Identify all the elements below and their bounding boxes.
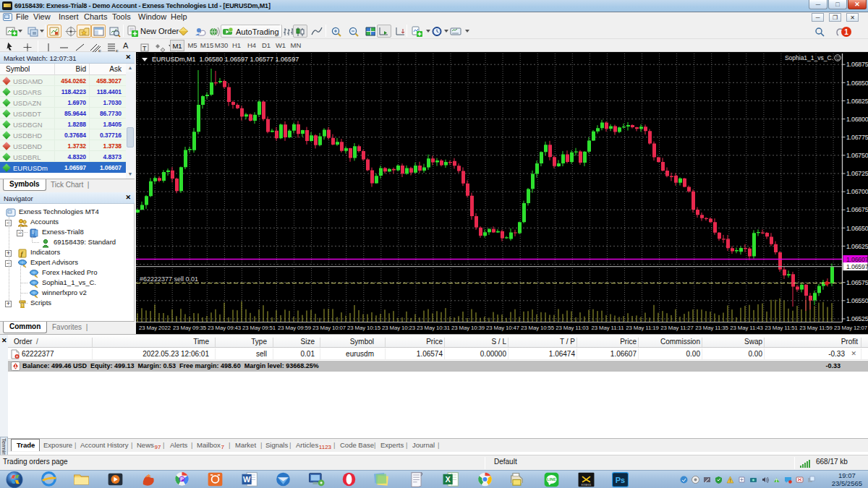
svg-text:1.06650: 1.06650 [846, 225, 868, 232]
svg-text:23 May 09:59: 23 May 09:59 [278, 325, 311, 331]
svg-text:W: W [243, 475, 251, 484]
svg-text:1: 1 [844, 28, 848, 36]
svg-text:1.06550: 1.06550 [846, 297, 868, 304]
svg-text:1.06675: 1.06675 [846, 206, 868, 213]
svg-text:Ps: Ps [616, 476, 625, 484]
svg-text:23 May 12:07: 23 May 12:07 [834, 325, 867, 331]
svg-text:#62222377 sell 0.01: #62222377 sell 0.01 [140, 275, 198, 283]
svg-text:1.06750: 1.06750 [846, 152, 868, 159]
svg-text:23 May 09:35: 23 May 09:35 [173, 325, 207, 331]
svg-text:23 May 10:55: 23 May 10:55 [521, 325, 555, 331]
svg-text:23 May 2022: 23 May 2022 [139, 325, 171, 331]
svg-text:23 May 09:43: 23 May 09:43 [208, 325, 241, 331]
svg-text:1.06597: 1.06597 [846, 263, 868, 270]
svg-text:23 May 11:19: 23 May 11:19 [626, 325, 658, 331]
svg-text:1.06575: 1.06575 [846, 279, 868, 286]
svg-text:23 May 10:39: 23 May 10:39 [451, 325, 485, 331]
svg-text:!: ! [730, 478, 731, 483]
svg-text:23 May 11:59: 23 May 11:59 [799, 325, 832, 331]
svg-text:23 May 11:35: 23 May 11:35 [695, 325, 728, 331]
svg-text:23 May 10:07: 23 May 10:07 [312, 325, 346, 331]
svg-text:1.06800: 1.06800 [846, 116, 868, 123]
svg-text:P: P [180, 476, 184, 482]
svg-text:1.06725: 1.06725 [846, 170, 868, 177]
svg-text:23 May 10:47: 23 May 10:47 [486, 325, 519, 331]
svg-text:23 May 11:03: 23 May 11:03 [556, 325, 588, 331]
svg-text:EURUSDm,M1 1.06580 1.06597 1.: EURUSDm,M1 1.06580 1.06597 1.06577 1.065… [152, 56, 299, 63]
svg-text:1.06875: 1.06875 [846, 61, 868, 68]
svg-text:X: X [445, 475, 451, 484]
svg-text:23 May 11:43: 23 May 11:43 [730, 325, 762, 331]
svg-text:1.06525: 1.06525 [846, 315, 868, 322]
svg-text:23 May 10:15: 23 May 10:15 [347, 325, 381, 331]
svg-text:T: T [142, 45, 147, 52]
svg-text:23 May 11:51: 23 May 11:51 [765, 325, 797, 331]
svg-text:Sophia1_1_vs_C.: Sophia1_1_vs_C. [785, 54, 833, 61]
svg-text:LINE: LINE [547, 477, 556, 481]
svg-text:23 May 11:11: 23 May 11:11 [592, 325, 624, 331]
svg-text:23 May 10:31: 23 May 10:31 [417, 325, 450, 331]
svg-text:23 May 09:51: 23 May 09:51 [242, 325, 276, 331]
svg-text:1.06700: 1.06700 [846, 188, 868, 195]
svg-text:23 May 11:27: 23 May 11:27 [660, 325, 693, 331]
svg-text:1.06825: 1.06825 [846, 98, 868, 105]
svg-text:1.06850: 1.06850 [846, 80, 868, 87]
svg-text:23 May 10:23: 23 May 10:23 [382, 325, 415, 331]
svg-text:EXNESS: EXNESS [582, 484, 592, 487]
svg-text:1.06625: 1.06625 [846, 243, 868, 250]
svg-text:1.06607: 1.06607 [846, 256, 868, 263]
svg-text:1.06775: 1.06775 [846, 134, 868, 141]
